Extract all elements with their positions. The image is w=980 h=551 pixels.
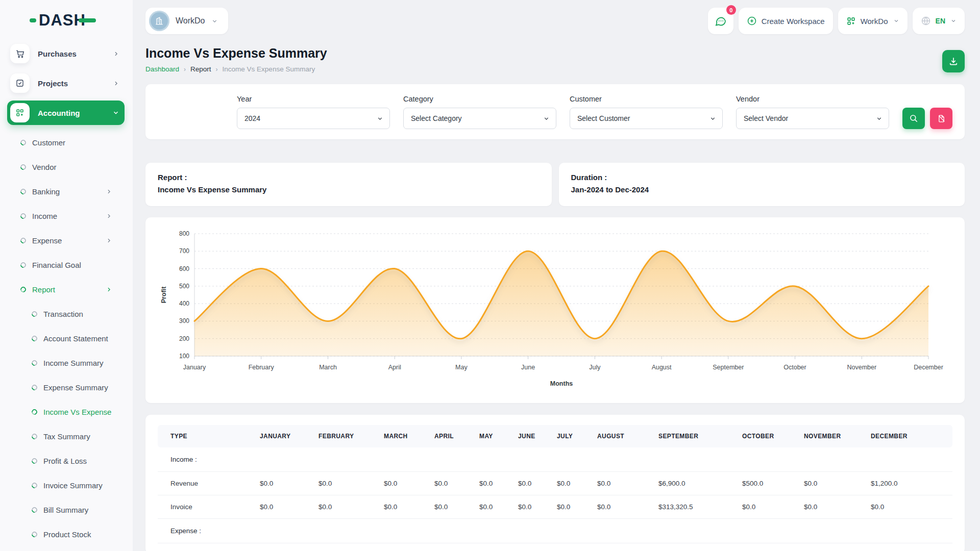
- cell-value: $0.0: [518, 472, 557, 495]
- bullet-icon: [31, 359, 38, 366]
- svg-text:February: February: [249, 364, 275, 371]
- bullet-icon: [19, 285, 27, 293]
- logo-dot-icon: [30, 18, 36, 22]
- column-header-august: AUGUST: [597, 425, 658, 447]
- year-select[interactable]: 2024: [237, 108, 390, 129]
- sidebar-item-profit-loss[interactable]: Profit & Loss: [0, 448, 133, 473]
- svg-text:October: October: [783, 364, 806, 371]
- topbar: WorkDo 0 Create Workspace: [145, 0, 965, 37]
- customer-value: Select Customer: [577, 114, 630, 122]
- breadcrumb-report[interactable]: Report: [190, 65, 211, 73]
- chevron-down-icon: [876, 115, 883, 122]
- messages-button[interactable]: 0: [708, 8, 733, 34]
- report-value: Income Vs Expense Summary: [158, 185, 540, 194]
- apply-filter-button[interactable]: [902, 108, 925, 129]
- clear-filter-icon: [937, 114, 946, 123]
- sidebar-item-purchases[interactable]: Purchases: [7, 41, 125, 66]
- workdo-menu-label: WorkDo: [861, 17, 888, 26]
- chevron-right-icon: [113, 80, 119, 87]
- category-select[interactable]: Select Category: [403, 108, 556, 129]
- sidebar-item-product-stock[interactable]: Product Stock: [0, 522, 133, 546]
- sidebar-item-income-summary[interactable]: Income Summary: [0, 350, 133, 375]
- grid-plus-icon: [846, 16, 856, 26]
- sidebar-item-account-statement[interactable]: Account Statement: [0, 326, 133, 350]
- globe-icon: [921, 16, 931, 26]
- cell-value: $1,200.0: [871, 472, 952, 495]
- sidebar-item-income[interactable]: Income: [0, 204, 133, 228]
- table-body: Income :Revenue$0.0$0.0$0.0$0.0$0.0$0.0$…: [158, 447, 952, 543]
- sidebar-item-label: Income Vs Expense: [43, 408, 133, 416]
- sidebar-item-customer[interactable]: Customer: [0, 130, 133, 155]
- vendor-select[interactable]: Select Vendor: [736, 108, 889, 129]
- sidebar-item-projects[interactable]: Projects: [7, 71, 125, 95]
- cell-value: $0.0: [597, 472, 658, 495]
- sidebar-item-financial-goal[interactable]: Financial Goal: [0, 253, 133, 277]
- page-heading-block: Income Vs Expense Summary Dashboard › Re…: [145, 46, 327, 73]
- category-label: Category: [403, 95, 556, 103]
- chevron-down-icon: [377, 115, 383, 122]
- cell-value: $0.0: [260, 495, 318, 519]
- sidebar-item-label: Customer: [32, 138, 133, 147]
- workspace-selector[interactable]: WorkDo: [145, 8, 228, 34]
- brand-logo[interactable]: DASH: [30, 12, 133, 28]
- sidebar-item-income-vs-expense[interactable]: Income Vs Expense: [0, 399, 133, 424]
- sidebar-item-report[interactable]: Report: [0, 277, 133, 302]
- sidebar-item-tax-summary[interactable]: Tax Summary: [0, 424, 133, 448]
- year-label: Year: [237, 95, 390, 103]
- bullet-icon: [19, 138, 27, 146]
- sidebar-item-banking[interactable]: Banking: [0, 179, 133, 204]
- year-value: 2024: [244, 114, 260, 122]
- cell-value: $0.0: [597, 495, 658, 519]
- svg-text:March: March: [319, 364, 337, 371]
- svg-text:December: December: [914, 364, 943, 371]
- language-selector[interactable]: EN: [913, 8, 965, 34]
- svg-text:May: May: [455, 364, 468, 371]
- sidebar-item-cash-flow[interactable]: Cash Flow: [0, 546, 133, 551]
- filter-category: Category Select Category: [403, 95, 556, 129]
- sidebar-item-bill-summary[interactable]: Bill Summary: [0, 497, 133, 522]
- sidebar-item-vendor[interactable]: Vendor: [0, 155, 133, 179]
- profit-chart-card: 100200300400500600700800JanuaryFebruaryM…: [145, 217, 965, 403]
- breadcrumb-separator: ›: [216, 66, 218, 73]
- plus-circle-icon: [747, 16, 757, 26]
- chevron-down-icon: [112, 109, 119, 116]
- sidebar-item-transaction[interactable]: Transaction: [0, 302, 133, 326]
- download-report-button[interactable]: [942, 50, 965, 72]
- svg-text:June: June: [521, 364, 535, 371]
- column-header-june: JUNE: [518, 425, 557, 447]
- cell-value: $0.0: [557, 495, 597, 519]
- svg-text:Profit: Profit: [160, 286, 167, 303]
- breadcrumb-dashboard[interactable]: Dashboard: [145, 65, 179, 73]
- sidebar-item-label: Accounting: [38, 109, 112, 117]
- create-workspace-label: Create Workspace: [762, 17, 825, 26]
- income-vs-expense-chart[interactable]: 100200300400500600700800JanuaryFebruaryM…: [158, 227, 952, 398]
- duration-value: Jan-2024 to Dec-2024: [571, 185, 953, 194]
- chevron-right-icon: [113, 51, 119, 57]
- customer-select[interactable]: Select Customer: [570, 108, 723, 129]
- duration-card: Duration : Jan-2024 to Dec-2024: [559, 163, 965, 206]
- sidebar-item-accounting[interactable]: Accounting: [7, 101, 125, 125]
- chevron-down-icon: [543, 115, 550, 122]
- chevron-right-icon: [106, 188, 112, 195]
- vendor-value: Select Vendor: [744, 114, 788, 122]
- reset-filter-button[interactable]: [930, 108, 952, 129]
- column-header-october: OCTOBER: [742, 425, 804, 447]
- svg-text:600: 600: [179, 265, 189, 272]
- cell-value: $0.0: [557, 472, 597, 495]
- cell-value: $313,320.5: [658, 495, 742, 519]
- table-section-expense: Expense :: [158, 519, 952, 543]
- sidebar-item-label: Income: [32, 212, 106, 220]
- sidebar-item-label: Purchases: [38, 49, 113, 58]
- cell-value: $0.0: [318, 472, 384, 495]
- create-workspace-button[interactable]: Create Workspace: [739, 8, 833, 34]
- filter-year: Year 2024: [237, 95, 390, 129]
- section-label: Income :: [158, 447, 952, 472]
- bullet-icon: [31, 506, 38, 513]
- workdo-menu-button[interactable]: WorkDo: [838, 8, 908, 34]
- sidebar: DASH PurchasesProjectsAccountingCustomer…: [0, 0, 133, 551]
- filter-customer: Customer Select Customer: [570, 95, 723, 129]
- sidebar-item-expense[interactable]: Expense: [0, 228, 133, 253]
- sidebar-item-expense-summary[interactable]: Expense Summary: [0, 375, 133, 399]
- sidebar-item-invoice-summary[interactable]: Invoice Summary: [0, 473, 133, 497]
- svg-text:400: 400: [179, 300, 189, 307]
